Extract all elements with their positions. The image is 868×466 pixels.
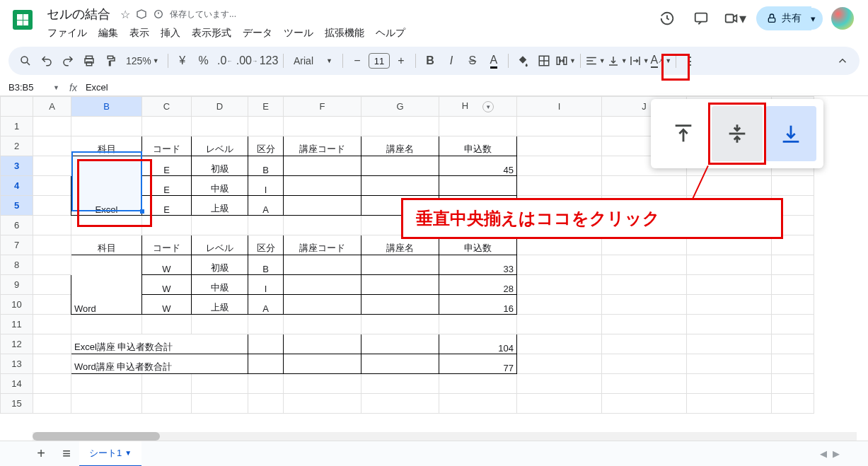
cell[interactable]: B [248,156,284,176]
menu-file[interactable]: ファイル [42,24,92,42]
cell[interactable] [361,176,439,196]
cell[interactable]: Excel講座 申込者数合計 [71,334,248,354]
select-all-corner[interactable] [1,97,33,117]
valign-middle-button[interactable] [712,106,763,161]
cell[interactable]: I [248,275,284,295]
cell[interactable]: 中級 [192,275,248,295]
cloud-status-icon[interactable] [153,8,164,20]
move-icon[interactable] [136,8,147,20]
cell[interactable]: 45 [439,156,517,176]
undo-icon[interactable] [37,51,57,71]
cell[interactable] [248,354,284,374]
text-color-icon[interactable]: A [484,51,504,71]
increase-decimal-icon[interactable]: .00→ [236,51,257,71]
cell[interactable]: コード [142,136,192,156]
strikethrough-icon[interactable]: S [463,51,482,71]
col-header-I[interactable]: I [517,97,602,117]
cell[interactable]: 講座コード [284,136,361,156]
fill-color-icon[interactable] [513,51,533,71]
cell[interactable]: 科目 [71,235,142,255]
cell[interactable] [284,156,361,176]
row-header[interactable]: 8 [1,255,33,275]
cell[interactable]: 科目 [71,136,142,156]
row-header[interactable]: 4 [1,176,33,196]
valign-icon[interactable]: ▼ [607,51,627,71]
row-header[interactable]: 12 [1,334,33,354]
italic-icon[interactable]: I [441,51,461,71]
halign-icon[interactable]: ▼ [585,51,606,71]
menu-view[interactable]: 表示 [125,24,154,42]
col-header-A[interactable]: A [33,97,71,117]
cell[interactable] [361,156,439,176]
sheets-logo[interactable] [8,6,37,34]
cell[interactable]: E [142,176,192,196]
cell[interactable]: E [142,156,192,176]
font-select[interactable]: Arial▼ [288,51,338,71]
name-box[interactable]: B3:B5▼ [6,81,62,94]
fontsize-increase-icon[interactable]: + [391,51,411,71]
merged-cell-word[interactable]: Word [71,255,142,315]
decrease-decimal-icon[interactable]: .0← [215,51,235,71]
menu-format[interactable]: 表示形式 [187,24,236,42]
cell[interactable]: I [248,176,284,196]
paint-format-icon[interactable] [100,51,120,71]
percent-icon[interactable]: % [194,51,214,71]
valign-top-button[interactable] [658,106,709,161]
cell[interactable] [361,334,439,354]
menu-edit[interactable]: 編集 [93,24,123,42]
cell[interactable]: 上級 [192,295,248,315]
add-sheet-button[interactable]: + [28,441,54,467]
cell[interactable]: レベル [192,235,248,255]
cell[interactable] [361,275,439,295]
row-header[interactable]: 13 [1,354,33,374]
cell[interactable]: Word講座 申込者数合計 [71,354,248,374]
cell[interactable] [439,176,517,196]
more-toolbar-icon[interactable]: ⋮ [681,51,700,71]
menu-insert[interactable]: 挿入 [156,24,185,42]
merge-cells-icon[interactable]: ▼ [555,51,576,71]
meet-icon[interactable]: ▾ [722,6,748,31]
cell[interactable]: 初級 [192,156,248,176]
all-sheets-button[interactable]: ≡ [54,441,79,467]
tab-nav-prev-icon[interactable]: ◀ [820,448,827,459]
sheet-tab[interactable]: シート1▼ [79,441,141,467]
fontsize-decrease-icon[interactable]: − [347,51,367,71]
cell[interactable]: 104 [439,334,517,354]
cell[interactable]: W [142,275,192,295]
cell[interactable] [248,334,284,354]
cell[interactable] [284,334,361,354]
cell[interactable]: 区分 [248,136,284,156]
account-avatar[interactable] [831,7,854,30]
wrap-icon[interactable]: ▼ [629,51,649,71]
row-header[interactable]: 15 [1,394,33,414]
fx-icon[interactable]: fx [69,82,77,93]
cell[interactable]: 初級 [192,255,248,275]
cell[interactable]: 申込数 [439,136,517,156]
cell[interactable]: 上級 [192,196,248,216]
bold-icon[interactable]: B [420,51,440,71]
cell[interactable]: 中級 [192,176,248,196]
borders-icon[interactable] [534,51,554,71]
menu-help[interactable]: ヘルプ [371,24,410,42]
row-header[interactable]: 3 [1,156,33,176]
cell[interactable]: 33 [439,255,517,275]
menu-tools[interactable]: ツール [279,24,318,42]
valign-bottom-button[interactable] [765,106,816,161]
selection-handle[interactable] [140,209,144,214]
cell[interactable]: 区分 [248,235,284,255]
cell[interactable] [361,255,439,275]
cell[interactable] [284,354,361,374]
cell[interactable]: 16 [439,295,517,315]
cell[interactable] [361,295,439,315]
cell[interactable] [284,176,361,196]
col-header-D[interactable]: D [192,97,248,117]
row-header[interactable]: 6 [1,216,33,235]
cell[interactable] [284,196,361,216]
cell[interactable]: 講座名 [361,136,439,156]
formula-input[interactable]: Excel [84,81,868,94]
tab-nav-next-icon[interactable]: ▶ [833,448,840,459]
col-header-G[interactable]: G [361,97,439,117]
document-title[interactable]: セルの結合 [42,5,115,23]
cell[interactable]: W [142,295,192,315]
fontsize-input[interactable]: 11 [369,53,390,69]
